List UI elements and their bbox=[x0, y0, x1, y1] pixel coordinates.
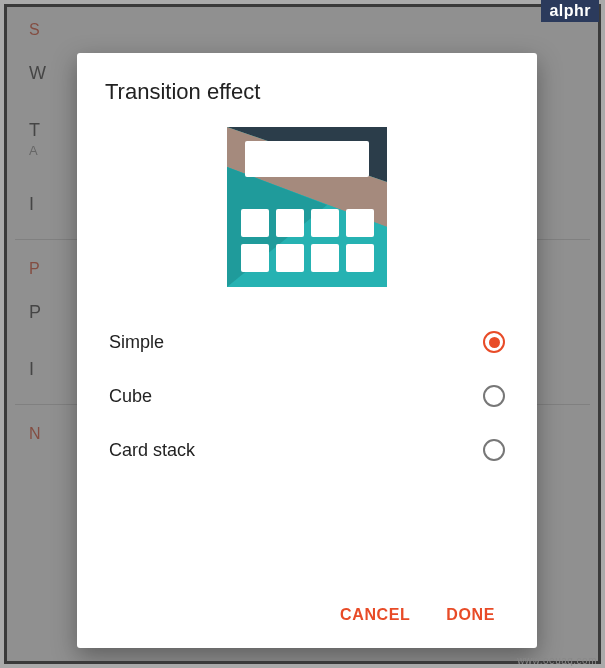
radio-unselected-icon bbox=[483, 385, 505, 407]
cancel-button[interactable]: CANCEL bbox=[326, 596, 424, 634]
options-list: Simple Cube Card stack bbox=[105, 315, 509, 588]
dialog-title: Transition effect bbox=[105, 79, 509, 105]
alphr-badge: alphr bbox=[541, 0, 599, 22]
radio-unselected-icon bbox=[483, 439, 505, 461]
dialog-actions: CANCEL DONE bbox=[105, 588, 509, 634]
svg-rect-10 bbox=[241, 244, 269, 272]
transition-effect-dialog: Transition effect bbox=[77, 53, 537, 648]
done-button[interactable]: DONE bbox=[432, 596, 509, 634]
option-label: Simple bbox=[109, 332, 164, 353]
option-cube[interactable]: Cube bbox=[105, 369, 509, 423]
svg-rect-12 bbox=[311, 244, 339, 272]
option-card-stack[interactable]: Card stack bbox=[105, 423, 509, 477]
svg-rect-7 bbox=[276, 209, 304, 237]
option-label: Cube bbox=[109, 386, 152, 407]
app-frame: S W T A I P P I N Transition effect bbox=[4, 4, 601, 664]
svg-rect-11 bbox=[276, 244, 304, 272]
watermark: www.oeuaq.com bbox=[517, 655, 597, 666]
option-simple[interactable]: Simple bbox=[105, 315, 509, 369]
launcher-preview-icon bbox=[227, 127, 387, 287]
svg-rect-9 bbox=[346, 209, 374, 237]
svg-rect-5 bbox=[245, 141, 369, 177]
svg-rect-6 bbox=[241, 209, 269, 237]
svg-rect-8 bbox=[311, 209, 339, 237]
option-label: Card stack bbox=[109, 440, 195, 461]
svg-rect-13 bbox=[346, 244, 374, 272]
preview-container bbox=[105, 127, 509, 287]
radio-selected-icon bbox=[483, 331, 505, 353]
